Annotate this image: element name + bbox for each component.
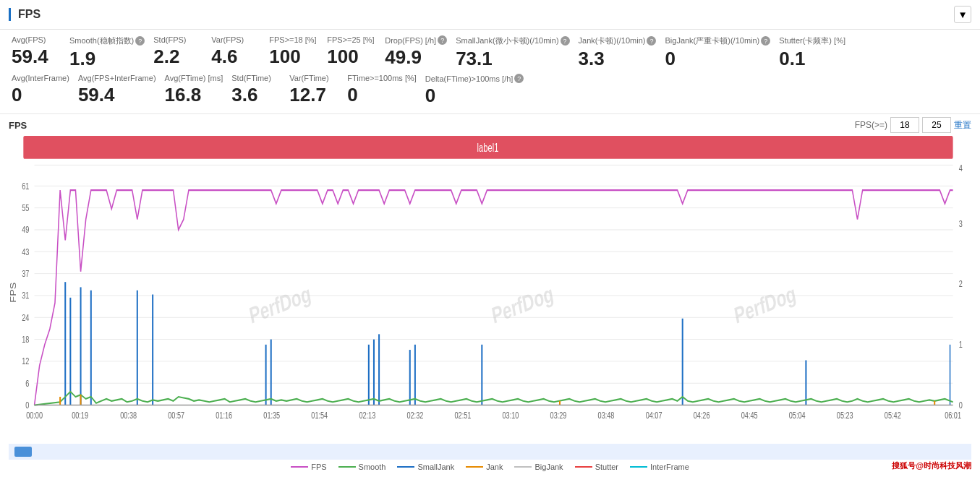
svg-text:49: 49 bbox=[22, 225, 29, 235]
svg-text:00:19: 00:19 bbox=[72, 411, 88, 421]
stat-label: FPS>=25 [%] bbox=[327, 35, 374, 44]
fps-threshold-input-1[interactable] bbox=[890, 117, 919, 133]
svg-text:01:35: 01:35 bbox=[263, 411, 280, 421]
stat-item: Avg(InterFrame)0 bbox=[12, 74, 78, 104]
legend-color-swatch bbox=[291, 466, 308, 468]
stat-value: 100 bbox=[327, 47, 358, 66]
legend-label: FPS bbox=[311, 463, 326, 471]
svg-text:00:57: 00:57 bbox=[168, 411, 184, 421]
page-title: FPS bbox=[9, 8, 41, 21]
help-icon[interactable]: ? bbox=[761, 36, 770, 46]
stat-value: 3.3 bbox=[579, 49, 605, 68]
stat-label: Std(FTime) bbox=[231, 74, 271, 82]
svg-text:55: 55 bbox=[22, 202, 29, 212]
svg-rect-2 bbox=[35, 165, 953, 405]
legend-label: Smooth bbox=[359, 463, 386, 471]
stat-item: Drop(FPS) [/h]?49.9 bbox=[385, 35, 456, 66]
svg-text:18: 18 bbox=[22, 334, 29, 344]
svg-text:05:23: 05:23 bbox=[837, 411, 853, 421]
chart-legend: FPSSmoothSmallJankJankBigJankStutterInte… bbox=[9, 460, 971, 474]
legend-color-swatch bbox=[575, 466, 592, 468]
scroll-bar[interactable] bbox=[9, 444, 971, 460]
svg-text:37: 37 bbox=[22, 268, 29, 278]
header: FPS ▼ bbox=[0, 0, 980, 30]
svg-text:01:54: 01:54 bbox=[311, 411, 328, 421]
stat-label: Smooth(稳帧指数)? bbox=[69, 35, 145, 46]
help-icon[interactable]: ? bbox=[514, 74, 524, 83]
stat-item: FPS>=18 [%]100 bbox=[269, 35, 327, 66]
svg-text:00:38: 00:38 bbox=[120, 411, 137, 421]
stat-label: Avg(FPS+InterFrame) bbox=[78, 74, 156, 82]
svg-text:label1: label1 bbox=[477, 142, 499, 154]
svg-text:03:29: 03:29 bbox=[550, 411, 567, 421]
stat-item: FTime>=100ms [%]0 bbox=[347, 74, 425, 104]
stats-row-1: Avg(FPS)59.4Smooth(稳帧指数)?1.9Std(FPS)2.2V… bbox=[12, 35, 968, 68]
svg-text:02:51: 02:51 bbox=[454, 411, 471, 421]
help-icon[interactable]: ? bbox=[647, 36, 656, 46]
stat-value: 0 bbox=[665, 49, 675, 68]
svg-text:0: 0 bbox=[25, 400, 29, 410]
svg-text:05:42: 05:42 bbox=[885, 411, 901, 421]
legend-item: InterFrame bbox=[630, 463, 689, 471]
stat-label: Jank(卡顿)(/10min)? bbox=[579, 35, 657, 46]
svg-text:01:16: 01:16 bbox=[216, 411, 232, 421]
legend-label: InterFrame bbox=[650, 463, 689, 471]
stat-label: Avg(FTime) [ms] bbox=[165, 74, 223, 82]
stat-value: 0.1 bbox=[779, 49, 805, 68]
stat-label: BigJank(严重卡顿)(/10min)? bbox=[665, 35, 770, 46]
svg-text:04:26: 04:26 bbox=[694, 411, 710, 421]
legend-label: Jank bbox=[486, 463, 503, 471]
help-icon[interactable]: ? bbox=[561, 36, 570, 46]
svg-text:4: 4 bbox=[959, 163, 963, 173]
stat-label: Std(FPS) bbox=[153, 35, 186, 44]
main-container: FPS ▼ Avg(FPS)59.4Smooth(稳帧指数)?1.9Std(FP… bbox=[0, 0, 980, 477]
stat-value: 12.7 bbox=[289, 85, 326, 104]
svg-text:06:01: 06:01 bbox=[945, 411, 961, 421]
stat-label: Avg(InterFrame) bbox=[12, 74, 69, 82]
help-icon[interactable]: ? bbox=[438, 35, 447, 45]
stat-value: 0 bbox=[12, 85, 22, 104]
stat-item: SmallJank(微小卡顿)(/10min)?73.1 bbox=[456, 35, 578, 68]
stat-label: Var(FTime) bbox=[289, 74, 328, 82]
stat-item: Avg(FTime) [ms]16.8 bbox=[165, 74, 232, 104]
stat-item: Jank(卡顿)(/10min)?3.3 bbox=[579, 35, 665, 68]
fps-controls: FPS(>=) 重置 bbox=[855, 117, 971, 133]
stat-value: 16.8 bbox=[165, 85, 202, 104]
stat-item: Avg(FPS)59.4 bbox=[12, 35, 69, 66]
fps-chart: label1 0 6 bbox=[9, 136, 971, 444]
svg-text:6: 6 bbox=[25, 378, 29, 388]
svg-text:0: 0 bbox=[959, 400, 963, 410]
fps-threshold-label: FPS(>=) bbox=[855, 120, 887, 130]
fps-threshold-input-2[interactable] bbox=[922, 117, 951, 133]
stat-label: FPS>=18 [%] bbox=[269, 35, 316, 44]
stat-value: 1.9 bbox=[69, 49, 95, 68]
scroll-handle[interactable] bbox=[14, 447, 32, 457]
svg-text:61: 61 bbox=[22, 181, 29, 191]
stat-item: Std(FPS)2.2 bbox=[153, 35, 211, 66]
svg-text:02:32: 02:32 bbox=[406, 411, 423, 421]
help-icon[interactable]: ? bbox=[135, 36, 145, 46]
legend-color-swatch bbox=[630, 466, 647, 468]
legend-item: FPS bbox=[291, 463, 326, 471]
stat-label: Var(FPS) bbox=[211, 35, 244, 44]
svg-text:24: 24 bbox=[22, 312, 29, 322]
chart-wrapper: label1 0 6 bbox=[9, 136, 971, 444]
stat-item: Std(FTime)3.6 bbox=[231, 74, 289, 104]
stat-value: 0 bbox=[347, 85, 357, 104]
svg-text:3: 3 bbox=[959, 218, 963, 228]
dropdown-button[interactable]: ▼ bbox=[954, 6, 971, 23]
svg-text:31: 31 bbox=[22, 291, 29, 301]
stat-item: FPS>=25 [%]100 bbox=[327, 35, 385, 66]
reset-button[interactable]: 重置 bbox=[954, 119, 971, 132]
legend-item: SmallJank bbox=[397, 463, 454, 471]
stat-value: 4.6 bbox=[211, 47, 237, 66]
svg-text:FPS: FPS bbox=[9, 283, 17, 303]
chart-section: FPS FPS(>=) 重置 label1 bbox=[0, 114, 980, 477]
stat-item: BigJank(严重卡顿)(/10min)?0 bbox=[665, 35, 779, 68]
svg-text:03:10: 03:10 bbox=[503, 411, 519, 421]
legend-item: Smooth bbox=[338, 463, 386, 471]
chevron-down-icon: ▼ bbox=[958, 9, 967, 20]
svg-text:1: 1 bbox=[959, 340, 963, 350]
svg-text:03:48: 03:48 bbox=[598, 411, 615, 421]
stats-row-2: Avg(InterFrame)0Avg(FPS+InterFrame)59.4A… bbox=[12, 74, 968, 105]
